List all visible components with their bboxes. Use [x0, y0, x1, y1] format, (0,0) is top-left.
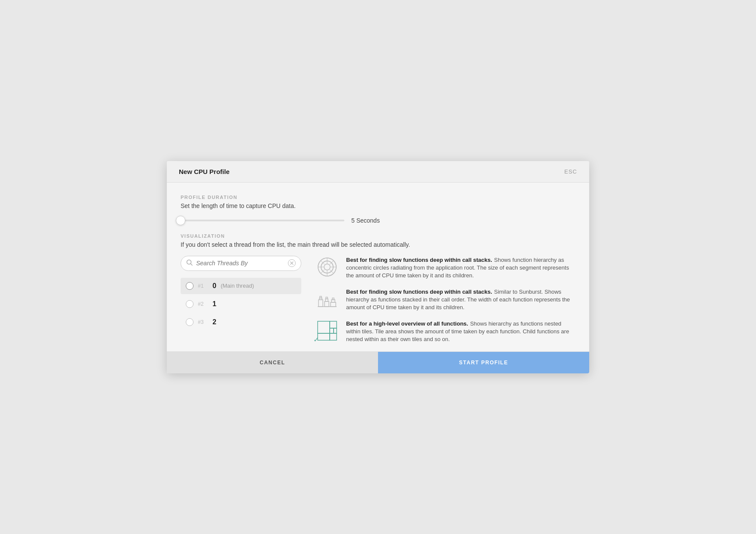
thread-id: 2	[212, 318, 216, 326]
thread-item[interactable]: #2 1	[181, 296, 301, 312]
svg-rect-23	[332, 298, 334, 300]
visualization-section: VISUALIZATION If you don't select a thre…	[181, 233, 575, 343]
two-column-layout: #1 0 (Main thread) #2 1	[181, 256, 575, 343]
thread-num: #3	[198, 319, 208, 325]
start-profile-button[interactable]: START PROFILE	[378, 352, 589, 373]
slider-thumb[interactable]	[176, 216, 185, 225]
dialog-footer: CANCEL START PROFILE	[167, 351, 589, 373]
treemap-icon: ✓	[315, 320, 339, 342]
svg-point-4	[324, 264, 330, 270]
cancel-button[interactable]: CANCEL	[167, 352, 378, 373]
svg-rect-29	[334, 328, 337, 333]
new-cpu-profile-dialog: New CPU Profile ESC PROFILE DURATION Set…	[167, 161, 589, 373]
radio-circle	[186, 318, 194, 326]
svg-rect-25	[318, 321, 330, 333]
viz-text-flame: Best for finding slow functions deep wit…	[346, 288, 575, 311]
radio-circle	[186, 282, 194, 290]
thread-num: #1	[198, 283, 208, 289]
viz-title-flame: Best for finding slow functions deep wit…	[346, 289, 492, 295]
thread-item[interactable]: #3 2	[181, 314, 301, 330]
thread-id: 1	[212, 300, 216, 308]
slider-value: 5 Seconds	[351, 217, 380, 224]
visualization-label: VISUALIZATION	[181, 233, 575, 239]
treemap-check: ✓	[313, 335, 319, 344]
svg-line-1	[191, 264, 193, 265]
slider-track	[181, 220, 344, 221]
svg-rect-20	[326, 297, 328, 299]
search-icon	[186, 259, 193, 267]
viz-title-sunburst: Best for finding slow functions deep wit…	[346, 257, 492, 263]
viz-options-panel: Best for finding slow functions deep wit…	[315, 256, 575, 343]
viz-title-treemap: Best for a high-level overview of all fu…	[346, 320, 468, 327]
radio-circle	[186, 300, 194, 308]
flame-chart-icon	[315, 288, 339, 310]
viz-text-sunburst: Best for finding slow functions deep wit…	[346, 256, 575, 279]
sunburst-icon	[315, 256, 339, 278]
profile-duration-section: PROFILE DURATION Set the length of time …	[181, 195, 575, 224]
thread-item[interactable]: #1 0 (Main thread)	[181, 278, 301, 294]
profile-duration-label: PROFILE DURATION	[181, 195, 575, 200]
viz-text-treemap: Best for a high-level overview of all fu…	[346, 320, 575, 343]
viz-option-sunburst[interactable]: Best for finding slow functions deep wit…	[315, 256, 575, 279]
dialog-header: New CPU Profile ESC	[167, 161, 589, 183]
search-clear-button[interactable]	[288, 259, 296, 267]
svg-rect-21	[331, 302, 336, 307]
search-box[interactable]	[181, 256, 301, 271]
thread-list: #1 0 (Main thread) #2 1	[181, 278, 301, 330]
visualization-desc: If you don't select a thread from the li…	[181, 241, 575, 248]
profile-duration-desc: Set the length of time to capture CPU da…	[181, 202, 575, 209]
svg-rect-18	[325, 301, 329, 307]
thread-panel: #1 0 (Main thread) #2 1	[181, 256, 301, 343]
thread-id: 0	[212, 282, 216, 290]
svg-rect-22	[331, 300, 335, 302]
svg-rect-30	[330, 333, 337, 340]
slider-row: 5 Seconds	[181, 217, 575, 224]
dialog-title: New CPU Profile	[179, 168, 230, 175]
thread-num: #2	[198, 301, 208, 307]
thread-name: (Main thread)	[221, 283, 254, 289]
svg-rect-17	[320, 296, 322, 298]
viz-option-flame[interactable]: Best for finding slow functions deep wit…	[315, 288, 575, 311]
search-input[interactable]	[196, 260, 284, 267]
dialog-body: PROFILE DURATION Set the length of time …	[167, 183, 589, 351]
viz-options-list: Best for finding slow functions deep wit…	[315, 256, 575, 343]
svg-rect-28	[330, 328, 334, 333]
viz-option-treemap[interactable]: ✓	[315, 320, 575, 343]
svg-rect-15	[319, 300, 323, 307]
svg-rect-19	[325, 299, 328, 301]
svg-rect-26	[318, 333, 330, 340]
svg-rect-27	[330, 321, 337, 328]
esc-label[interactable]: ESC	[564, 168, 577, 175]
